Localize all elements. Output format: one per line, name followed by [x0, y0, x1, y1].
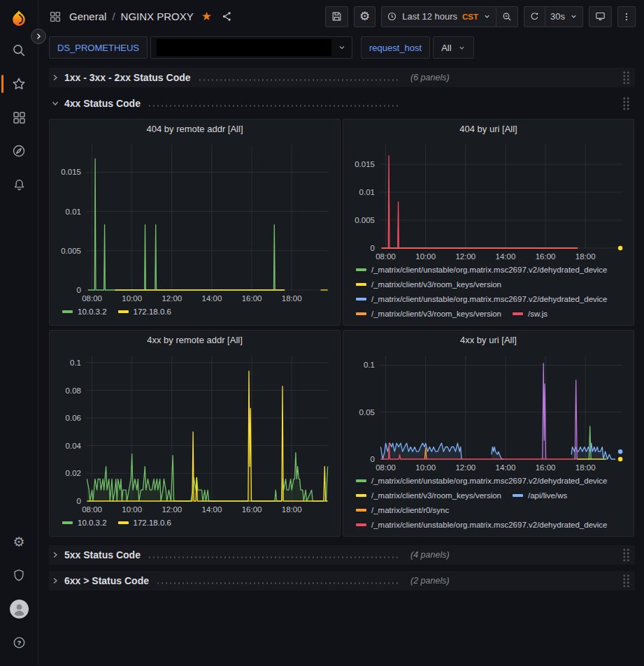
row-drag-handle[interactable] — [622, 71, 631, 85]
search-icon — [11, 43, 27, 58]
refresh-button[interactable] — [524, 6, 545, 27]
sidebar-item-starred[interactable] — [0, 67, 38, 101]
x-tick-label: 16:00 — [242, 294, 262, 303]
y-tick-label: 0.06 — [66, 414, 81, 422]
legend-item[interactable]: 10.0.3.2 — [62, 519, 107, 527]
variable-select-ds-prometheus[interactable] — [150, 36, 352, 59]
legend-label: /_matrix/client/v3/room_keys/version — [371, 310, 501, 318]
dashboard-row-1xx-3xx-2xx-status-code[interactable]: 1xx - 3xx - 2xx Status Code(6 panels) — [49, 68, 635, 87]
row-header-left: 6xx > Status Code — [51, 575, 401, 586]
legend-label: /_matrix/client/r0/sync — [371, 506, 449, 514]
legend-label: /_matrix/client/unstable/org.matrix.msc2… — [371, 295, 608, 303]
chart-404-by-uri-all[interactable]: 00.0050.010.01508:0010:0012:0014:0016:00… — [349, 138, 628, 262]
shield-icon — [12, 568, 26, 582]
legend-item[interactable]: /_matrix/client/unstable/org.matrix.msc2… — [356, 477, 608, 485]
share-icon[interactable] — [221, 10, 233, 22]
legend-item[interactable]: /_matrix/client/v3/room_keys/version — [356, 280, 501, 289]
legend-item[interactable]: /_matrix/client/unstable/org.matrix.msc2… — [356, 295, 608, 303]
series-point — [618, 246, 622, 250]
legend-label: /_matrix/client/unstable/org.matrix.msc2… — [371, 477, 608, 485]
svg-text:?: ? — [17, 639, 21, 646]
clock-icon — [387, 11, 397, 22]
grafana-logo[interactable] — [0, 4, 38, 34]
zoom-out-button[interactable] — [496, 6, 518, 27]
row-title: 5xx Status Code — [64, 549, 141, 560]
y-tick-label: 0.04 — [66, 442, 82, 450]
panel-title[interactable]: 4xx by uri [All] — [349, 331, 628, 349]
x-tick-label: 18:00 — [282, 505, 302, 514]
favorite-star-icon[interactable]: ★ — [201, 10, 212, 22]
panel-title[interactable]: 404 by uri [All] — [349, 120, 628, 138]
dashboard-variables-bar: DS_PROMETHEUS request_host All — [38, 33, 644, 62]
row-drag-handle[interactable] — [622, 574, 631, 588]
chart-404-by-remote-addr-all[interactable]: 00.0050.010.01508:0010:0012:0014:0016:00… — [55, 138, 334, 304]
legend-swatch — [356, 523, 366, 526]
sidebar-item-help[interactable]: ? — [0, 625, 38, 659]
legend-item[interactable]: /_matrix/client/unstable/org.matrix.msc2… — [356, 521, 608, 529]
x-tick-label: 16:00 — [536, 463, 556, 472]
panel-title[interactable]: 4xx by remote addr [All] — [55, 331, 334, 349]
dashboard-row-5xx-status-code[interactable]: 5xx Status Code(4 panels) — [49, 545, 635, 565]
y-tick-label: 0.05 — [359, 408, 375, 417]
chart-4xx-by-remote-addr-all[interactable]: 00.020.040.060.080.108:0010:0012:0014:00… — [55, 349, 334, 515]
x-tick-label: 12:00 — [162, 505, 182, 514]
row-dotted-leader — [198, 79, 398, 81]
time-range-label: Last 12 hours — [402, 11, 457, 22]
series-point — [618, 457, 622, 461]
x-tick-label: 18:00 — [282, 294, 302, 303]
row-dotted-leader — [148, 105, 398, 107]
legend-label: /api/live/ws — [528, 491, 567, 500]
kebab-menu-icon — [622, 11, 631, 22]
row-drag-handle[interactable] — [622, 96, 631, 110]
apps-grid-icon[interactable] — [49, 10, 62, 23]
dashboard-settings-button[interactable]: ⚙ — [354, 6, 375, 27]
row-collapsed-chevron — [51, 73, 59, 82]
chart-4xx-by-uri-all[interactable]: 00.050.108:0010:0012:0014:0016:0018:00 — [349, 349, 628, 473]
dashboard-row-4xx-status-code[interactable]: 4xx Status Code — [49, 94, 635, 113]
variable-label-request-host: request_host — [361, 36, 430, 59]
cycle-view-button[interactable] — [589, 6, 612, 27]
legend-label: 10.0.3.2 — [78, 307, 107, 316]
dashboard-row-6xx-status-code[interactable]: 6xx > Status Code(2 panels) — [49, 571, 635, 591]
legend-item[interactable]: /api/live/ws — [513, 491, 567, 500]
legend-label: 172.18.0.6 — [134, 307, 171, 316]
refresh-interval-picker[interactable]: 30s — [545, 6, 583, 27]
sidebar-item-server-admin[interactable] — [0, 558, 38, 592]
grafana-app: ⚙ ? — [0, 0, 644, 666]
row-expanded-chevron — [51, 99, 59, 108]
time-range-picker[interactable]: Last 12 hours CST — [381, 6, 496, 27]
gear-icon: ⚙ — [359, 10, 370, 22]
legend-item[interactable]: /_matrix/client/r0/sync — [356, 506, 449, 514]
sidebar-item-profile[interactable] — [0, 592, 38, 625]
legend-item[interactable]: /_matrix/client/unstable/org.matrix.msc2… — [356, 266, 608, 274]
panel-title[interactable]: 404 by remote addr [All] — [55, 120, 334, 138]
legend-item[interactable]: 172.18.0.6 — [118, 307, 171, 316]
legend-swatch — [513, 494, 523, 497]
sidebar-expand-button[interactable] — [31, 29, 46, 44]
y-tick-label: 0.1 — [70, 359, 81, 367]
legend-swatch — [513, 312, 523, 315]
sidebar-item-configuration[interactable]: ⚙ — [0, 525, 38, 558]
breadcrumb-folder[interactable]: General — [69, 10, 106, 22]
legend-item[interactable]: /_matrix/client/v3/room_keys/version — [356, 310, 501, 318]
variable-select-request-host[interactable]: All — [433, 36, 473, 59]
sidebar-item-dashboards[interactable] — [0, 101, 38, 134]
more-options-button[interactable] — [617, 6, 636, 27]
x-tick-label: 18:00 — [575, 252, 596, 261]
chevron-down-icon — [338, 43, 346, 52]
legend-swatch — [356, 312, 366, 315]
legend-item[interactable]: /sw.js — [513, 310, 548, 318]
drag-handle-icon — [622, 548, 631, 562]
breadcrumb-dashboard-title: NGINX PROXY — [121, 10, 194, 22]
legend-item[interactable]: 10.0.3.2 — [62, 307, 107, 316]
row-title: 4xx Status Code — [64, 98, 141, 109]
gear-icon: ⚙ — [13, 535, 24, 549]
sidebar-item-alerting[interactable] — [0, 168, 38, 201]
save-dashboard-button[interactable] — [325, 6, 348, 27]
variable-value-redacted — [157, 39, 331, 56]
sidebar-item-explore[interactable] — [0, 134, 38, 168]
row-drag-handle[interactable] — [622, 548, 631, 562]
legend-item[interactable]: /_matrix/client/v3/room_keys/version — [356, 491, 501, 500]
chevron-down-icon — [483, 13, 491, 20]
legend-item[interactable]: 172.18.0.6 — [118, 519, 171, 527]
